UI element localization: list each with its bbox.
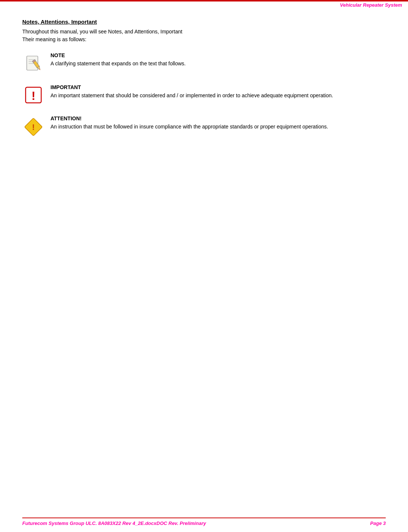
attention-icon: ! — [22, 115, 45, 137]
important-text: An important statement that should be co… — [50, 92, 386, 99]
footer-left: Futurecom Systems Group ULC. 8A083X22 Re… — [22, 520, 206, 526]
footer-right: Page 3 — [370, 520, 386, 526]
intro-text: Throughout this manual, you will see Not… — [22, 28, 386, 43]
page-container: Vehicular Repeater System Notes, Attenti… — [0, 0, 408, 532]
page-header: Vehicular Repeater System — [0, 0, 408, 8]
important-title: IMPORTANT — [50, 84, 386, 90]
page-footer: Futurecom Systems Group ULC. 8A083X22 Re… — [22, 518, 386, 526]
header-title: Vehicular Repeater System — [340, 2, 402, 8]
attention-svg-icon: ! — [23, 117, 43, 137]
important-svg-icon: ! — [24, 86, 43, 104]
note-content: NOTE A clarifying statement that expands… — [50, 52, 386, 68]
note-title: NOTE — [50, 52, 386, 58]
attention-block: ! ATTENTION! An instruction that must be… — [22, 115, 386, 137]
svg-text:!: ! — [32, 123, 35, 132]
note-svg-icon — [24, 54, 43, 73]
note-icon — [22, 52, 45, 73]
intro-line1: Throughout this manual, you will see Not… — [22, 28, 386, 36]
note-block: NOTE A clarifying statement that expands… — [22, 52, 386, 73]
main-content: Notes, Attentions, Important Throughout … — [22, 19, 386, 148]
important-content: IMPORTANT An important statement that sh… — [50, 84, 386, 99]
attention-title: ATTENTION! — [50, 115, 386, 121]
svg-text:!: ! — [32, 89, 36, 102]
section-heading: Notes, Attentions, Important — [22, 19, 386, 25]
intro-line2: Their meaning is as follows: — [22, 36, 386, 43]
attention-content: ATTENTION! An instruction that must be f… — [50, 115, 386, 131]
note-text: A clarifying statement that expands on t… — [50, 60, 386, 68]
important-block: ! IMPORTANT An important statement that … — [22, 84, 386, 104]
important-icon: ! — [22, 84, 45, 104]
attention-text: An instruction that must be followed in … — [50, 123, 386, 131]
